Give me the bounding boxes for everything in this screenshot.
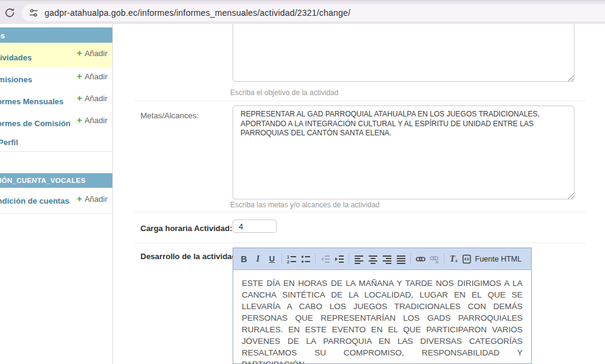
editor-toolbar: B I U 1 2 <box>233 248 531 270</box>
sidebar-item-label[interactable]: Mi Perfil <box>0 138 18 147</box>
objetivo-help-text: Escriba el objetivo de la actividad <box>230 88 338 97</box>
add-informe-comision-link[interactable]: +Añadir <box>77 115 107 125</box>
underline-button[interactable]: U <box>265 252 279 266</box>
site-settings-tune-icon[interactable] <box>29 8 38 18</box>
carga-horaria-label: Carga horaria Actividad: <box>140 224 233 233</box>
section-title: RENDICIÓN_CUENTA_VOCALES <box>0 177 85 184</box>
row-divider <box>134 243 586 243</box>
sidebar-item-informes-de-comision[interactable]: Informes de Comisión +Añadir <box>0 111 112 134</box>
row-divider <box>134 101 586 101</box>
align-center-button[interactable] <box>366 252 380 266</box>
toolbar-separator <box>410 254 411 264</box>
metas-textarea[interactable]: REPRESENTAR AL GAD PARROQUIAL ATAHUALPA … <box>233 105 574 199</box>
sidebar-item-informes-mensuales[interactable]: Informes Mensuales +Añadir <box>0 89 112 112</box>
sidebar: Informes Actividades +Añadir Comisiones … <box>0 24 112 225</box>
browser-toolbar: gadpr-atahualpa.gob.ec/informes/informes… <box>0 0 605 24</box>
reload-icon[interactable] <box>4 7 16 19</box>
sidebar-item-rendicion-de-cuentas[interactable]: Rendición de cuentas +Añadir <box>0 188 112 214</box>
sidebar-item-label[interactable]: Comisiones <box>0 75 32 84</box>
row-divider <box>134 212 586 212</box>
justify-button[interactable] <box>394 252 408 266</box>
sidebar-divider <box>112 24 113 364</box>
decrease-indent-button <box>318 252 332 266</box>
plus-icon: + <box>77 48 82 58</box>
metas-help-text: Escriba las metas y/o alcances de la act… <box>230 201 380 209</box>
desarrollo-label: Desarrollo de la actividad: <box>140 252 239 261</box>
source-button-label[interactable]: Fuente HTML <box>475 255 521 263</box>
sidebar-item-label[interactable]: Rendición de cuentas <box>0 196 69 205</box>
numbered-list-button[interactable]: 1 2 <box>284 252 299 266</box>
toolbar-separator <box>281 254 282 264</box>
toolbar-separator <box>444 254 444 264</box>
toolbar-separator <box>349 254 349 264</box>
unlink-button <box>427 252 441 266</box>
carga-horaria-input[interactable] <box>233 219 277 233</box>
sidebar-item-comisiones[interactable]: Comisiones +Añadir <box>0 67 112 90</box>
add-comision-link[interactable]: +Añadir <box>77 71 107 81</box>
bulleted-list-button[interactable] <box>299 252 313 266</box>
align-right-button[interactable] <box>380 252 394 266</box>
sidebar-item-label[interactable]: Actividades <box>0 53 32 62</box>
add-actividad-link[interactable]: +Añadir <box>77 48 107 58</box>
increase-indent-button[interactable] <box>332 252 346 266</box>
plus-icon: + <box>77 115 82 125</box>
rich-text-editor: B I U 1 2 <box>233 248 532 364</box>
sidebar-item-actividades[interactable]: Actividades +Añadir <box>0 43 112 68</box>
editor-content[interactable]: ESTE DÍA EN HORAS DE LA MAÑANA Y TARDE N… <box>233 270 531 364</box>
add-informe-mensual-link[interactable]: +Añadir <box>77 93 107 103</box>
source-icon[interactable] <box>461 252 472 266</box>
sidebar-item-label[interactable]: Informes de Comisión <box>0 119 71 128</box>
link-button[interactable] <box>413 252 427 266</box>
plus-icon: + <box>77 193 82 204</box>
section-title: Informes <box>0 30 5 40</box>
toolbar-separator <box>315 254 316 264</box>
browser-window: gadpr-atahualpa.gob.ec/informes/informes… <box>0 0 605 364</box>
svg-text:2: 2 <box>287 260 289 264</box>
align-left-button[interactable] <box>352 252 366 266</box>
remove-format-button[interactable]: Tₓ <box>447 252 461 266</box>
bold-button[interactable]: B <box>237 252 251 266</box>
plus-icon: + <box>77 71 82 81</box>
add-rendicion-link[interactable]: +Añadir <box>77 193 107 204</box>
sidebar-section-rendicion-cuenta-vocales[interactable]: RENDICIÓN_CUENTA_VOCALES <box>0 173 112 188</box>
sidebar-item-label[interactable]: Informes Mensuales <box>0 97 63 106</box>
sidebar-section-informes[interactable]: Informes <box>0 27 112 43</box>
metas-label: Metas/Alcances: <box>140 111 198 120</box>
plus-icon: + <box>77 93 82 103</box>
sidebar-item-mi-perfil[interactable]: Mi Perfil <box>0 133 112 152</box>
italic-button[interactable]: I <box>251 252 265 266</box>
url-text: gadpr-atahualpa.gob.ec/informes/informes… <box>45 8 350 18</box>
svg-text:1: 1 <box>287 255 289 259</box>
url-bar[interactable]: gadpr-atahualpa.gob.ec/informes/informes… <box>22 4 605 21</box>
